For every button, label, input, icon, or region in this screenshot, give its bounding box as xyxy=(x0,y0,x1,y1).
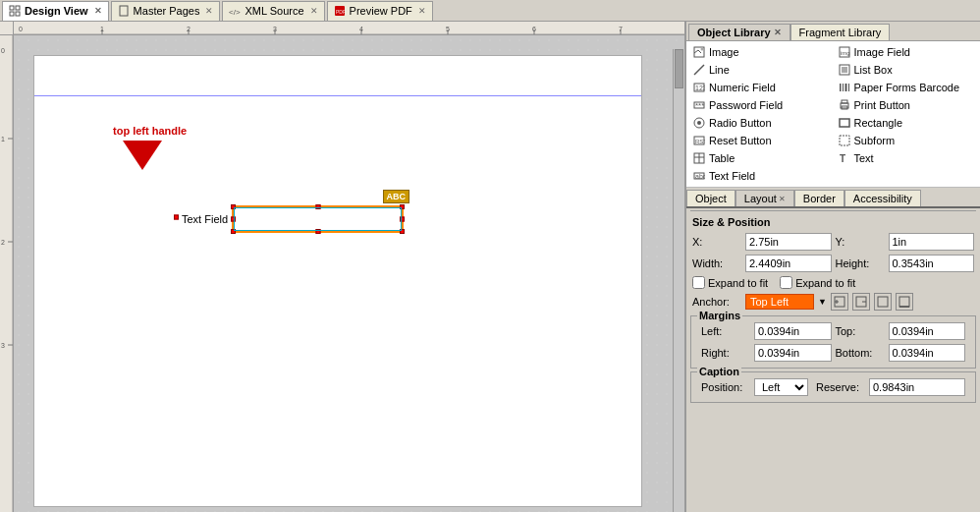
expand-to-fit-h-checkbox[interactable] xyxy=(780,276,792,289)
handle-mid-left[interactable] xyxy=(231,217,236,222)
tab-object-library[interactable]: Object Library ✕ xyxy=(688,24,790,40)
obj-item-rectangle[interactable]: Rectangle xyxy=(834,114,979,132)
obj-item-line[interactable]: Line xyxy=(688,61,834,79)
tab-design-view-close[interactable]: ✕ xyxy=(94,6,102,16)
handle-bottom-left[interactable] xyxy=(231,229,236,234)
caption-reserve-input[interactable] xyxy=(869,378,965,396)
tab-bar: Design View ✕ Master Pages ✕ </> XML Sou… xyxy=(0,0,980,22)
page[interactable]: top left handle Text Field ABC xyxy=(33,55,642,507)
canvas-area[interactable]: top left handle Text Field ABC xyxy=(14,35,684,512)
obj-item-line-label: Line xyxy=(709,64,730,76)
margin-top-label: Top: xyxy=(836,325,885,337)
obj-item-subform-label: Subform xyxy=(854,135,896,146)
expand-to-fit-w-checkbox[interactable] xyxy=(692,276,705,289)
tab-preview-pdf-label: Preview PDF xyxy=(350,5,412,17)
svg-point-55 xyxy=(697,121,701,125)
obj-item-text[interactable]: T Text xyxy=(834,149,979,167)
line-icon xyxy=(692,63,706,77)
text-field-box[interactable]: ABC xyxy=(232,205,404,233)
tab-accessibility[interactable]: Accessibility xyxy=(844,190,921,206)
tab-object-label: Object xyxy=(695,193,727,204)
list-box-icon xyxy=(838,63,851,77)
scroll-thumb[interactable] xyxy=(675,49,683,88)
obj-item-list-box[interactable]: List Box xyxy=(834,61,979,79)
obj-item-text-field[interactable]: abc Text Field xyxy=(688,167,834,185)
obj-item-print-button[interactable]: Print Button xyxy=(834,96,979,114)
anchor-dropdown-arrow[interactable]: ▼ xyxy=(818,297,827,307)
anchor-dropdown[interactable]: Top Left xyxy=(745,294,814,310)
obj-item-numeric-field[interactable]: 123 Numeric Field xyxy=(688,79,834,96)
anchor-btn-2[interactable] xyxy=(852,293,870,311)
svg-text:</>: </> xyxy=(229,8,241,17)
tab-border[interactable]: Border xyxy=(794,190,844,206)
tab-design-view[interactable]: Design View ✕ xyxy=(2,1,109,21)
obj-item-print-button-label: Print Button xyxy=(854,99,910,111)
tab-design-view-label: Design View xyxy=(25,5,88,17)
image-icon xyxy=(692,45,706,59)
handle-top-center[interactable] xyxy=(315,204,320,209)
anchor-label: Anchor: xyxy=(692,296,741,308)
svg-rect-3 xyxy=(16,12,20,16)
design-element-text-field[interactable]: Text Field ABC xyxy=(177,205,404,233)
tab-layout-close[interactable]: ✕ xyxy=(779,195,786,203)
tab-xml-source-close[interactable]: ✕ xyxy=(310,6,318,16)
tab-preview-pdf[interactable]: PDF Preview PDF ✕ xyxy=(327,1,433,21)
caption-reserve-label: Reserve: xyxy=(816,381,865,393)
text-field-label: Text Field xyxy=(182,213,228,225)
numeric-field-icon: 123 xyxy=(692,81,706,94)
prop-row-wh: Width: Height: xyxy=(686,253,980,274)
print-button-icon xyxy=(838,98,851,112)
anchor-btn-1[interactable] xyxy=(831,293,848,311)
svg-text:img: img xyxy=(841,50,850,56)
obj-item-password-field[interactable]: *** Password Field xyxy=(688,96,834,114)
obj-item-image-field[interactable]: img Image Field xyxy=(834,43,979,61)
expand-to-fit-h-label[interactable]: Expand to fit xyxy=(780,276,855,289)
svg-text:T: T xyxy=(840,153,845,164)
tab-master-pages[interactable]: Master Pages ✕ xyxy=(111,1,221,21)
scroll-indicator[interactable] xyxy=(673,49,684,512)
pdf-icon: PDF xyxy=(334,5,346,17)
anchor-btn-3[interactable] xyxy=(874,293,892,311)
divider-1 xyxy=(690,210,976,211)
tab-fragment-library[interactable]: Fragment Library xyxy=(790,24,891,40)
tab-object[interactable]: Object xyxy=(686,190,735,206)
svg-text:4: 4 xyxy=(359,26,363,32)
handle-left[interactable] xyxy=(174,214,179,219)
tab-master-pages-close[interactable]: ✕ xyxy=(205,6,213,16)
obj-item-image[interactable]: Image xyxy=(688,43,834,61)
height-input[interactable] xyxy=(889,255,975,272)
tab-xml-source[interactable]: </> XML Source ✕ xyxy=(222,1,324,21)
handle-bottom-right[interactable] xyxy=(400,229,405,234)
svg-text:1: 1 xyxy=(1,136,5,142)
expand-to-fit-w-label[interactable]: Expand to fit xyxy=(692,276,768,289)
obj-item-table[interactable]: Table xyxy=(688,149,834,167)
tab-preview-pdf-close[interactable]: ✕ xyxy=(418,6,426,16)
width-input[interactable] xyxy=(745,255,832,272)
handle-top-left[interactable] xyxy=(231,204,236,209)
svg-rect-48 xyxy=(848,84,849,91)
page-icon xyxy=(118,5,130,17)
obj-item-reset-button[interactable]: RST Reset Button xyxy=(688,132,834,149)
obj-item-radio-button[interactable]: Radio Button xyxy=(688,114,834,132)
handle-top-right[interactable] xyxy=(400,204,405,209)
x-input[interactable] xyxy=(745,233,832,251)
reset-button-icon: RST xyxy=(692,134,706,147)
handle-mid-right[interactable] xyxy=(400,217,405,222)
anchor-btn-4[interactable] xyxy=(896,293,913,311)
text-field-icon: abc xyxy=(692,169,706,183)
margin-right-input[interactable] xyxy=(754,344,832,362)
obj-item-numeric-field-label: Numeric Field xyxy=(709,82,776,93)
obj-item-paper-forms-barcode[interactable]: Paper Forms Barcode xyxy=(834,79,979,96)
props-tabs: Object Layout ✕ Border Accessibility xyxy=(686,188,980,208)
margin-bottom-input[interactable] xyxy=(889,344,966,362)
obj-item-subform[interactable]: Subform xyxy=(834,132,979,149)
tab-layout[interactable]: Layout ✕ xyxy=(735,190,794,206)
caption-position-select[interactable]: Left xyxy=(754,378,808,396)
tab-object-library-close[interactable]: ✕ xyxy=(774,28,782,37)
y-input[interactable] xyxy=(889,233,975,251)
margin-left-input[interactable] xyxy=(754,322,832,340)
handle-bottom-center[interactable] xyxy=(315,229,320,234)
tab-accessibility-label: Accessibility xyxy=(853,193,912,204)
grid-icon xyxy=(9,5,21,17)
margin-top-input[interactable] xyxy=(889,322,966,340)
